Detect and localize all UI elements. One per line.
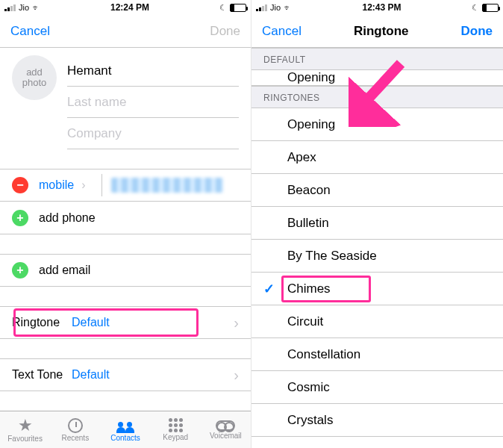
tab-voicemail[interactable]: Voicemail	[201, 411, 251, 448]
done-button[interactable]: Done	[210, 24, 240, 39]
ringtone-option[interactable]: Cosmic	[251, 371, 503, 404]
chevron-right-icon: ›	[234, 314, 239, 332]
ringtone-option[interactable]: Hillside	[251, 437, 503, 448]
texttone-row[interactable]: Text Tone Default ›	[0, 358, 251, 391]
add-phone-label: add phone	[39, 211, 96, 225]
tab-label: Keypad	[163, 433, 188, 441]
ringtone-label: Cosmic	[287, 380, 330, 395]
tab-favourites[interactable]: ★ Favourites	[0, 411, 50, 448]
ringtone-label: By The Seaside	[287, 249, 377, 264]
add-icon: +	[12, 262, 28, 279]
ringtone-option[interactable]: Constellation	[251, 338, 503, 371]
voicemail-icon	[216, 420, 235, 431]
cancel-button[interactable]: Cancel	[10, 24, 50, 39]
tab-label: Voicemail	[210, 432, 242, 440]
delete-icon[interactable]: −	[12, 177, 28, 193]
ringtone-row[interactable]: Ringtone Default ›	[0, 306, 251, 339]
keypad-icon	[169, 418, 183, 432]
tab-bar: ★ Favourites Recents Contacts Keypad Voi…	[0, 411, 251, 448]
ringtone-value: Default	[72, 316, 234, 329]
ringtone-label: Crystals	[287, 413, 333, 428]
texttone-value: Default	[72, 368, 234, 382]
carrier-label: Jio	[19, 3, 29, 12]
dnd-moon-icon: ☾	[219, 3, 227, 13]
ringtone-label: Opening	[287, 70, 335, 85]
ringtone-label: Apex	[287, 150, 316, 165]
ringtone-option[interactable]: Circuit	[251, 305, 503, 338]
nav-bar: Cancel Done	[0, 15, 251, 48]
ringtone-option[interactable]: Apex	[251, 141, 503, 174]
carrier-label: Jio	[270, 3, 281, 12]
contacts-icon	[116, 418, 135, 433]
ringtone-option[interactable]: Crystals	[251, 404, 503, 437]
add-phone-row[interactable]: + add phone	[0, 202, 251, 234]
signal-icon	[4, 4, 16, 11]
tab-label: Contacts	[110, 434, 140, 442]
ringtone-label: Constellation	[287, 347, 360, 362]
clock-label: 12:24 PM	[110, 2, 149, 13]
phone-mobile-row[interactable]: − mobile ›	[0, 169, 251, 202]
battery-icon	[482, 4, 499, 12]
chevron-right-icon: ›	[81, 178, 85, 192]
clock-label: 12:43 PM	[363, 2, 402, 13]
ringtone-option-default[interactable]: Opening	[251, 70, 503, 86]
ringtone-label: Ringtone	[12, 316, 72, 329]
chevron-right-icon: ›	[234, 367, 239, 384]
texttone-label: Text Tone	[12, 368, 72, 382]
add-email-row[interactable]: + add email	[0, 254, 251, 287]
wifi-icon: ᯤ	[284, 3, 292, 12]
screen-ringtone-picker: Jio ᯤ 12:43 PM ☾ Cancel Ringtone Done DE…	[251, 0, 503, 448]
star-icon: ★	[18, 417, 33, 434]
done-button[interactable]: Done	[460, 24, 493, 39]
first-name-field[interactable]: Hemant	[67, 55, 239, 87]
ringtone-label: Circuit	[287, 314, 323, 329]
company-field[interactable]: Company	[67, 118, 239, 149]
ringtone-option[interactable]: Bulletin	[251, 207, 503, 240]
section-header-default: DEFAULT	[251, 48, 503, 70]
phone-number-value[interactable]	[111, 178, 223, 193]
ringtone-label: Chimes	[287, 281, 331, 296]
tab-keypad[interactable]: Keypad	[151, 411, 201, 448]
ringtone-label: Beacon	[287, 183, 331, 198]
add-email-label: add email	[39, 264, 90, 277]
tab-contacts[interactable]: Contacts	[100, 411, 150, 448]
checkmark-icon: ✓	[263, 281, 275, 297]
signal-icon	[256, 4, 267, 11]
add-photo-button[interactable]: add photo	[12, 55, 57, 100]
add-icon: +	[12, 210, 28, 226]
ringtone-option[interactable]: Opening	[251, 108, 503, 141]
tab-label: Favourites	[7, 435, 43, 443]
ringtone-label: Bulletin	[287, 216, 329, 231]
phone-type-label[interactable]: mobile	[39, 178, 74, 192]
last-name-field[interactable]: Last name	[67, 87, 239, 118]
section-header-ringtones: RINGTONES	[251, 86, 503, 108]
clock-icon	[68, 418, 83, 433]
ringtone-option[interactable]: ✓Chimes	[251, 273, 503, 305]
nav-bar: Cancel Ringtone Done	[251, 15, 503, 48]
ringtone-option[interactable]: Beacon	[251, 174, 503, 207]
cancel-button[interactable]: Cancel	[262, 24, 302, 39]
ringtone-option[interactable]: By The Seaside	[251, 240, 503, 273]
ringtone-label: Hillside	[287, 446, 328, 449]
tab-label: Recents	[61, 434, 89, 442]
tab-recents[interactable]: Recents	[50, 411, 100, 448]
ringtone-label: Opening	[287, 117, 335, 132]
battery-icon	[230, 4, 246, 12]
status-bar: Jio ᯤ 12:24 PM ☾	[0, 0, 251, 15]
page-title: Ringtone	[354, 24, 409, 39]
wifi-icon: ᯤ	[32, 3, 40, 12]
dnd-moon-icon: ☾	[472, 3, 479, 13]
status-bar: Jio ᯤ 12:43 PM ☾	[251, 0, 503, 15]
screen-edit-contact: Jio ᯤ 12:24 PM ☾ Cancel Done add photo H…	[0, 0, 251, 448]
